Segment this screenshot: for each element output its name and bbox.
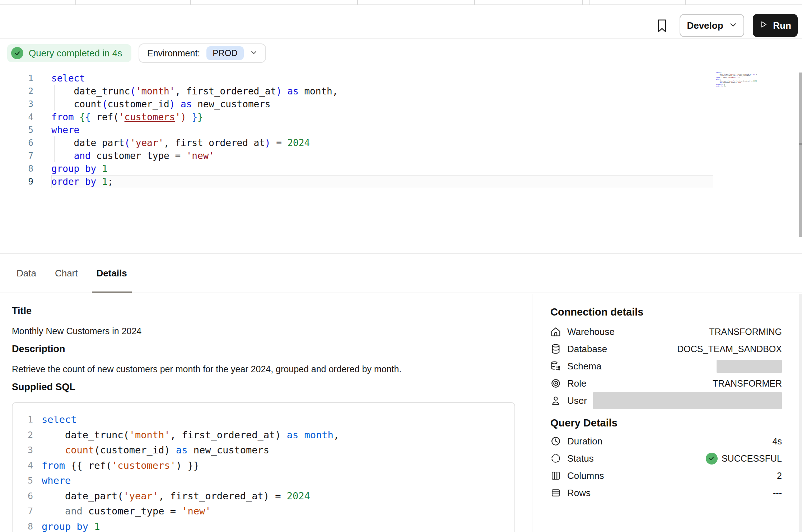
- detail-row-user: User: [550, 392, 782, 409]
- title-heading: Title: [12, 305, 515, 317]
- tab-details[interactable]: Details: [92, 254, 132, 293]
- supplied-sql-line-6: 6 date_part('year', first_ordered_at) = …: [13, 489, 514, 504]
- line-code: and customer_type = 'new': [42, 504, 514, 519]
- line-number: 3: [0, 98, 51, 111]
- row-label: User: [567, 395, 587, 406]
- environment-value-pill: PROD: [206, 46, 243, 60]
- line-code: where: [42, 473, 514, 489]
- row-label: Schema: [567, 361, 601, 372]
- query-details-rows: Duration4sStatusSUCCESSFULColumns2Rows--…: [550, 433, 782, 501]
- connection-details-heading: Connection details: [550, 306, 782, 318]
- detail-row-columns: Columns2: [550, 467, 782, 484]
- line-number: 5: [13, 473, 42, 489]
- editor-line-2[interactable]: 2 date_trunc('month', first_ordered_at) …: [0, 85, 802, 98]
- detail-row-duration: Duration4s: [550, 433, 782, 450]
- row-label: Rows: [567, 487, 591, 499]
- description-value: Retrieve the count of new customers per …: [12, 364, 515, 374]
- line-code: count(customer_id) as new_customers: [42, 443, 514, 458]
- editor-line-3[interactable]: 3 count(customer_id) as new_customers: [0, 98, 802, 111]
- develop-button-label: Develop: [687, 20, 723, 31]
- editor-line-5[interactable]: 5where: [0, 123, 802, 136]
- run-button[interactable]: Run: [753, 14, 798, 37]
- tab-divider: [685, 0, 686, 5]
- supplied-sql-line-7: 7 and customer_type = 'new': [13, 504, 514, 519]
- line-number: 1: [13, 412, 42, 428]
- line-number: 5: [0, 123, 51, 136]
- result-tab-bar: DataChartDetails: [0, 253, 802, 293]
- line-number: 6: [13, 489, 42, 504]
- environment-dropdown[interactable]: Environment: PROD: [139, 43, 266, 63]
- database-icon: [550, 344, 561, 354]
- line-number: 1: [0, 72, 51, 85]
- line-code: date_part('year', first_ordered_at) = 20…: [42, 489, 514, 504]
- row-label: Columns: [567, 470, 604, 481]
- tab-divider: [474, 0, 475, 5]
- editor-line-6[interactable]: 6 date_part('year', first_ordered_at) = …: [0, 136, 802, 149]
- line-code: select: [51, 72, 802, 85]
- tab-data[interactable]: Data: [12, 254, 41, 293]
- supplied-sql-line-8: 8group by 1: [13, 519, 514, 532]
- editor-code-area[interactable]: 1select2 date_trunc('month', first_order…: [0, 72, 802, 188]
- supplied-sql-line-1: 1select: [13, 412, 514, 428]
- chevron-down-icon: [729, 20, 737, 31]
- detail-row-database: DatabaseDOCS_TEAM_SANDBOX: [550, 340, 782, 358]
- editor-line-1[interactable]: 1select: [0, 72, 802, 85]
- line-code: from {{ ref('customers') }}: [51, 111, 802, 123]
- row-value: ---: [773, 488, 782, 498]
- detail-row-role: RoleTRANSFORMER: [550, 375, 782, 392]
- bookmark-button[interactable]: [653, 17, 671, 36]
- editor-line-9[interactable]: 9order by 1;: [0, 175, 802, 188]
- line-number: 2: [0, 85, 51, 98]
- query-status-pill: Query completed in 4s: [7, 44, 131, 62]
- title-value: Monthly New Customers in 2024: [12, 326, 515, 336]
- editor-scrollbar[interactable]: [799, 73, 802, 237]
- line-number: 2: [13, 428, 42, 443]
- editor-line-8[interactable]: 8group by 1: [0, 162, 802, 175]
- line-number: 3: [13, 443, 42, 458]
- scrollbar-notch: [799, 143, 802, 145]
- row-label: Role: [567, 378, 586, 389]
- line-code: group by 1: [42, 519, 514, 532]
- query-details-heading: Query Details: [550, 417, 782, 429]
- line-number: 4: [0, 111, 51, 123]
- editor-line-7[interactable]: 7 and customer_type = 'new': [0, 149, 802, 162]
- schema-icon: [550, 361, 561, 372]
- duration-icon: [550, 436, 561, 447]
- line-number: 7: [13, 504, 42, 519]
- tab-divider: [75, 0, 76, 5]
- row-label: Database: [567, 344, 607, 355]
- row-label: Warehouse: [567, 326, 615, 337]
- details-left-column: Title Monthly New Customers in 2024 Desc…: [0, 294, 532, 532]
- role-icon: [550, 378, 561, 389]
- redacted-value: [593, 392, 782, 409]
- develop-button[interactable]: Develop: [680, 14, 744, 37]
- supplied-sql-line-3: 3 count(customer_id) as new_customers: [13, 443, 514, 458]
- panel-scrollbar[interactable]: [799, 294, 802, 532]
- row-value: TRANSFORMER: [713, 378, 782, 389]
- detail-row-warehouse: WarehouseTRANSFORMING: [550, 323, 782, 340]
- supplied-sql-line-4: 4from {{ ref('customers') }}: [13, 458, 514, 473]
- tab-chart[interactable]: Chart: [50, 254, 83, 293]
- details-content: Title Monthly New Customers in 2024 Desc…: [0, 294, 802, 532]
- editor-line-4[interactable]: 4from {{ ref('customers') }}: [0, 111, 802, 123]
- connection-details-rows: WarehouseTRANSFORMINGDatabaseDOCS_TEAM_S…: [550, 323, 782, 409]
- line-code: where: [51, 123, 802, 136]
- tab-divider: [357, 0, 358, 5]
- detail-row-status: StatusSUCCESSFUL: [550, 450, 782, 467]
- sql-editor[interactable]: 1select2 date_trunc('month', first_order…: [0, 67, 802, 253]
- success-check-icon: [706, 453, 718, 465]
- row-value: SUCCESSFUL: [706, 453, 782, 465]
- editor-minimap[interactable]: select date_trunc('month', first_ordered…: [716, 71, 757, 94]
- query-status-text: Query completed in 4s: [29, 48, 122, 59]
- row-value: 4s: [773, 436, 782, 447]
- tab-divider: [582, 0, 583, 5]
- line-code: order by 1;: [51, 175, 802, 188]
- warehouse-icon: [550, 326, 561, 337]
- supplied-sql-block: 1select2 date_trunc('month', first_order…: [12, 402, 515, 532]
- environment-label: Environment:: [147, 48, 200, 59]
- line-code: group by 1: [51, 162, 802, 175]
- details-right-column: Connection details WarehouseTRANSFORMING…: [532, 294, 802, 532]
- row-label: Status: [567, 453, 594, 464]
- row-value: DOCS_TEAM_SANDBOX: [677, 344, 782, 354]
- app-toolbar: Develop Run: [0, 6, 802, 39]
